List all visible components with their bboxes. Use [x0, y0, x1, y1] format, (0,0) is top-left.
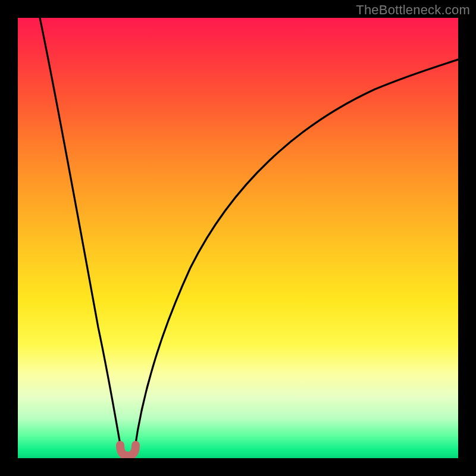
bottleneck-curve — [18, 18, 458, 458]
plot-area — [18, 18, 458, 458]
curve-left-branch — [40, 18, 121, 451]
chart-frame: TheBottleneck.com — [0, 0, 476, 476]
watermark-text: TheBottleneck.com — [356, 2, 470, 18]
curve-right-branch — [134, 60, 458, 451]
minimum-marker — [120, 445, 136, 456]
